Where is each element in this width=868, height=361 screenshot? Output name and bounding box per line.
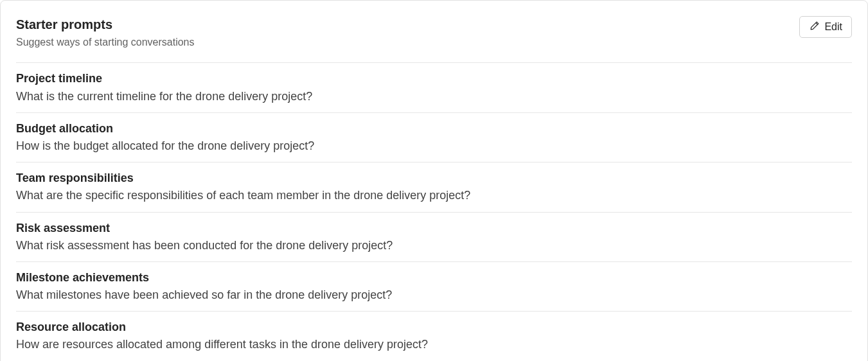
prompt-description: What are the specific responsibilities o… (16, 188, 852, 204)
prompt-item[interactable]: Resource allocation How are resources al… (16, 311, 852, 360)
prompt-description: What risk assessment has been conducted … (16, 238, 852, 254)
section-header-text: Starter prompts Suggest ways of starting… (16, 16, 194, 49)
prompt-title: Risk assessment (16, 220, 852, 236)
prompt-description: How are resources allocated among differ… (16, 337, 852, 353)
prompt-description: What milestones have been achieved so fa… (16, 287, 852, 303)
prompt-item[interactable]: Milestone achievements What milestones h… (16, 261, 852, 311)
edit-icon (809, 20, 820, 34)
prompt-description: How is the budget allocated for the dron… (16, 138, 852, 154)
prompt-title: Project timeline (16, 71, 852, 87)
edit-button-label: Edit (824, 21, 842, 33)
prompt-item[interactable]: Team responsibilities What are the speci… (16, 162, 852, 211)
prompt-title: Milestone achievements (16, 270, 852, 286)
edit-button[interactable]: Edit (799, 16, 852, 38)
prompt-item[interactable]: Budget allocation How is the budget allo… (16, 112, 852, 162)
prompt-description: What is the current timeline for the dro… (16, 89, 852, 105)
section-subtitle: Suggest ways of starting conversations (16, 35, 194, 49)
prompt-item[interactable]: Risk assessment What risk assessment has… (16, 212, 852, 261)
starter-prompts-card: Starter prompts Suggest ways of starting… (0, 0, 868, 361)
section-title: Starter prompts (16, 16, 194, 33)
prompt-title: Team responsibilities (16, 170, 852, 186)
prompt-item[interactable]: Project timeline What is the current tim… (16, 62, 852, 112)
prompt-title: Budget allocation (16, 121, 852, 137)
prompt-list: Project timeline What is the current tim… (16, 62, 852, 360)
prompt-title: Resource allocation (16, 319, 852, 335)
section-header: Starter prompts Suggest ways of starting… (16, 16, 852, 62)
